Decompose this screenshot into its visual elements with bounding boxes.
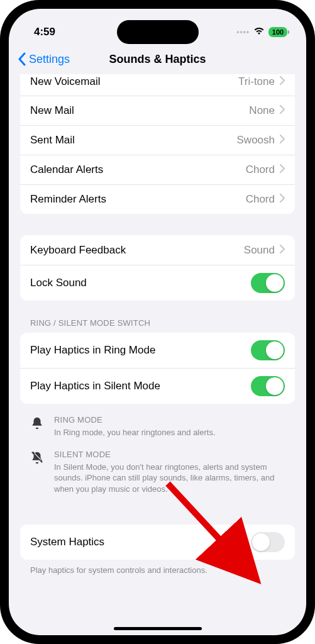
- row-keyboard-feedback[interactable]: Keyboard Feedback Sound: [20, 235, 295, 265]
- content-scroll[interactable]: New Voicemail Tri-tone New Mail None Sen…: [9, 74, 306, 635]
- battery-icon: 100: [268, 27, 287, 37]
- screen: 4:59 •••• 100 Settings Sounds & Haptics: [9, 9, 306, 635]
- row-label: System Haptics: [30, 536, 251, 548]
- ring-mode-info: RING MODE In Ring mode, you hear rington…: [30, 415, 285, 438]
- row-haptics-ring: Play Haptics in Ring Mode: [20, 333, 295, 368]
- row-calendar-alerts[interactable]: Calendar Alerts Chord: [20, 155, 295, 184]
- row-haptics-silent: Play Haptics in Silent Mode: [20, 368, 295, 404]
- row-label: Reminder Alerts: [30, 193, 246, 206]
- keyboard-lock-group: Keyboard Feedback Sound Lock Sound: [20, 235, 295, 301]
- volume-up-button: [0, 138, 1, 176]
- row-value: Chord: [246, 193, 275, 206]
- row-label: New Voicemail: [30, 75, 238, 88]
- status-time: 4:59: [34, 26, 55, 38]
- info-desc: In Ring mode, you hear ringtones and ale…: [54, 427, 285, 438]
- row-new-voicemail[interactable]: New Voicemail Tri-tone: [20, 74, 295, 96]
- row-label: New Mail: [30, 104, 249, 117]
- bell-icon: [30, 415, 45, 438]
- back-button[interactable]: Settings: [18, 52, 70, 66]
- row-value: Chord: [246, 164, 275, 176]
- bell-slash-icon: [30, 450, 45, 495]
- chevron-right-icon: [280, 75, 285, 88]
- phone-frame: 4:59 •••• 100 Settings Sounds & Haptics: [0, 0, 315, 644]
- row-label: Sent Mail: [30, 134, 237, 147]
- info-desc: In Silent Mode, you don't hear ringtones…: [54, 462, 285, 495]
- group-footer: Play haptics for system controls and int…: [30, 565, 285, 576]
- silent-mode-info: SILENT MODE In Silent Mode, you don't he…: [30, 450, 285, 495]
- battery-level: 100: [272, 28, 284, 36]
- row-value: Sound: [244, 244, 275, 257]
- info-title: RING MODE: [54, 415, 285, 425]
- home-indicator[interactable]: [114, 627, 202, 630]
- wifi-icon: [253, 26, 265, 38]
- haptics-mode-group: Play Haptics in Ring Mode Play Haptics i…: [20, 333, 295, 404]
- row-label: Calendar Alerts: [30, 164, 246, 176]
- lock-sound-switch[interactable]: [251, 273, 285, 293]
- chevron-right-icon: [280, 244, 285, 257]
- chevron-right-icon: [280, 193, 285, 206]
- chevron-right-icon: [280, 134, 285, 147]
- row-reminder-alerts[interactable]: Reminder Alerts Chord: [20, 184, 295, 214]
- dynamic-island: [117, 20, 199, 44]
- group-header: RING / SILENT MODE SWITCH: [30, 318, 285, 328]
- row-label: Play Haptics in Ring Mode: [30, 344, 251, 357]
- system-haptics-group: System Haptics: [20, 525, 295, 560]
- nav-bar: Settings Sounds & Haptics: [9, 44, 306, 74]
- row-lock-sound: Lock Sound: [20, 265, 295, 301]
- back-label: Settings: [29, 53, 70, 66]
- row-system-haptics: System Haptics: [20, 525, 295, 560]
- row-label: Keyboard Feedback: [30, 244, 244, 257]
- haptics-ring-switch[interactable]: [251, 340, 285, 360]
- row-value: Swoosh: [237, 134, 275, 147]
- row-new-mail[interactable]: New Mail None: [20, 96, 295, 125]
- system-haptics-switch[interactable]: [251, 532, 285, 552]
- row-value: None: [249, 104, 275, 117]
- cellular-dots-icon: ••••: [236, 28, 250, 36]
- row-value: Tri-tone: [238, 75, 275, 88]
- chevron-right-icon: [280, 104, 285, 117]
- volume-down-button: [0, 186, 1, 223]
- sounds-group: New Voicemail Tri-tone New Mail None Sen…: [20, 74, 295, 214]
- row-sent-mail[interactable]: Sent Mail Swoosh: [20, 125, 295, 155]
- silent-switch: [0, 101, 1, 121]
- page-title: Sounds & Haptics: [109, 53, 206, 66]
- haptics-silent-switch[interactable]: [251, 376, 285, 396]
- row-label: Lock Sound: [30, 277, 251, 289]
- info-title: SILENT MODE: [54, 450, 285, 459]
- chevron-right-icon: [280, 164, 285, 176]
- row-label: Play Haptics in Silent Mode: [30, 380, 251, 392]
